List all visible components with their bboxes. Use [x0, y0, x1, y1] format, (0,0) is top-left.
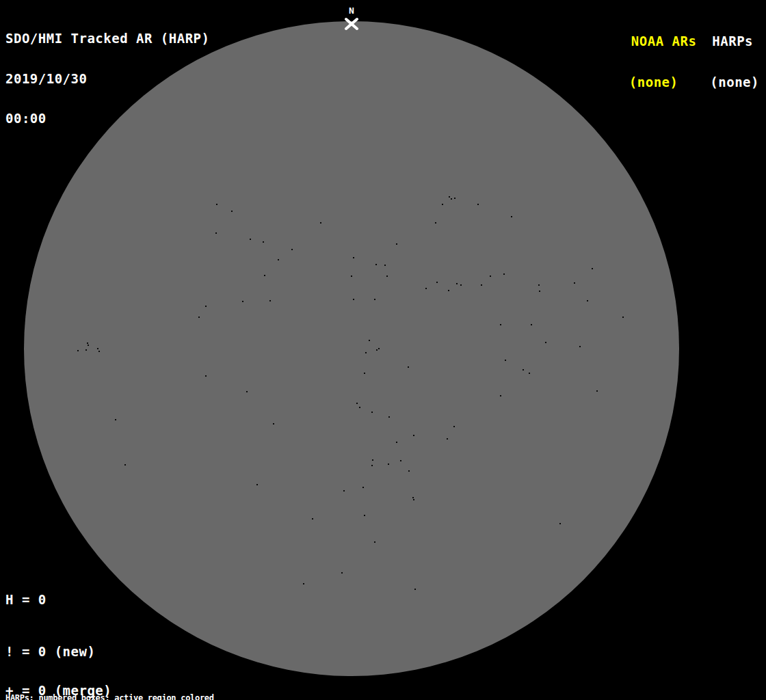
sunspot-speckle: [538, 284, 540, 286]
region-counters: NOAA ARs (none) HARPs (none): [629, 7, 766, 116]
sunspot-speckle: [447, 438, 448, 440]
sunspot-speckle: [87, 342, 88, 344]
sunspot-speckle: [622, 317, 624, 318]
legend-line-new: ! = 0 (new): [5, 645, 161, 658]
sunspot-speckle: [579, 346, 581, 347]
sunspot-speckle: [216, 204, 217, 205]
sunspot-speckle: [435, 222, 436, 224]
sunspot-speckle: [412, 497, 414, 498]
sunspot-speckle: [414, 589, 416, 590]
sunspot-speckle: [378, 348, 380, 349]
sunspot-speckle: [574, 282, 575, 284]
sunspot-speckle: [388, 463, 389, 465]
sunspot-speckle: [454, 198, 455, 199]
sunspot-speckle: [343, 490, 345, 492]
sunspot-speckle: [98, 351, 100, 352]
page-title: SDO/HMI Tracked AR (HARP): [5, 32, 209, 46]
sunspot-speckle: [369, 340, 370, 341]
sunspot-speckle: [490, 275, 491, 277]
sunspot-speckle: [264, 275, 265, 276]
sunspot-speckle: [371, 465, 373, 466]
sunspot-speckle: [388, 416, 390, 418]
sunspot-speckle: [303, 583, 304, 584]
sunspot-speckle: [503, 273, 505, 275]
north-label: N: [343, 5, 360, 16]
sunspot-speckle: [205, 375, 207, 377]
noaa-ars-label: NOAA ARs: [629, 34, 697, 48]
sunspot-speckle: [529, 373, 530, 374]
sunspot-speckle: [231, 211, 233, 212]
sunspot-speckle: [436, 282, 438, 283]
footer-caption: HARPs: numbered boxes; active region col…: [5, 677, 280, 700]
sunspot-speckle: [198, 317, 200, 318]
sunspot-speckle: [269, 300, 271, 301]
sunspot-speckle: [384, 265, 386, 266]
sunspot-speckle: [341, 572, 343, 574]
sunspot-speckle: [205, 306, 207, 307]
harp-visualization-frame: SDO/HMI Tracked AR (HARP) 2019/10/30 00:…: [0, 0, 766, 700]
sunspot-speckle: [400, 460, 401, 461]
sunspot-speckle: [408, 470, 410, 472]
sunspot-speckle: [115, 419, 116, 420]
sunspot-speckle: [413, 499, 414, 500]
sunspot-speckle: [481, 284, 482, 286]
sunspot-speckle: [500, 324, 501, 325]
sunspot-speckle: [362, 487, 364, 488]
sunspot-speckle: [451, 198, 452, 200]
sunspot-speckle: [456, 283, 458, 284]
sunspot-speckle: [242, 301, 243, 302]
sunspot-speckle: [374, 541, 375, 543]
sunspot-speckle: [353, 299, 354, 300]
sunspot-speckle: [408, 366, 409, 368]
sunspot-speckle: [215, 232, 217, 234]
harp-count-line: H = 0: [5, 593, 161, 606]
sunspot-speckle: [375, 264, 377, 265]
north-marker: N: [343, 5, 360, 31]
sunspot-speckle: [88, 345, 89, 346]
sunspot-speckle: [320, 222, 321, 224]
harps-counter: HARPs (none): [710, 7, 759, 116]
x-cross-icon: [343, 17, 360, 31]
sunspot-speckle: [291, 249, 293, 250]
sunspot-speckle: [376, 349, 378, 351]
sunspot-speckle: [539, 291, 540, 292]
sunspot-speckle: [449, 196, 450, 198]
sunspot-speckle: [442, 204, 443, 205]
sunspot-speckle: [278, 259, 279, 260]
sunspot-speckle: [356, 403, 358, 404]
sunspot-speckle: [460, 284, 462, 286]
sunspot-speckle: [97, 348, 98, 349]
sunspot-speckle: [364, 373, 365, 374]
sunspot-speckle: [453, 426, 455, 427]
sunspot-speckle: [511, 216, 512, 217]
sunspot-speckle: [396, 442, 397, 443]
footer-harps-line: HARPs: numbered boxes; active region col…: [5, 694, 280, 700]
sunspot-speckle: [592, 268, 593, 269]
sunspot-speckle: [246, 391, 248, 392]
sunspot-speckle: [448, 290, 449, 291]
sunspot-speckle: [425, 288, 427, 289]
harps-value: (none): [710, 75, 759, 89]
sunspot-speckle: [353, 257, 354, 258]
sunspot-speckle: [359, 407, 360, 408]
sunspot-speckle: [364, 515, 365, 516]
sunspot-speckle: [263, 241, 264, 243]
sunspot-speckle: [365, 352, 367, 353]
harps-label: HARPs: [710, 34, 759, 48]
sunspot-speckle: [477, 204, 479, 205]
sunspot-speckle: [312, 518, 313, 520]
noaa-ars-value: (none): [629, 75, 697, 89]
sunspot-speckle: [372, 459, 373, 461]
noaa-ars-counter: NOAA ARs (none): [629, 7, 697, 116]
sunspot-speckle: [413, 435, 414, 436]
title-block: SDO/HMI Tracked AR (HARP) 2019/10/30 00:…: [5, 5, 209, 152]
sunspot-speckle: [85, 349, 87, 351]
sunspot-speckle: [505, 360, 506, 361]
sunspot-speckle: [500, 395, 501, 396]
sunspot-speckle: [559, 523, 561, 524]
sunspot-speckle: [596, 390, 598, 392]
sunspot-speckle: [371, 412, 373, 413]
sunspot-speckle: [545, 342, 546, 343]
sunspot-speckle: [386, 275, 388, 277]
sunspot-speckle: [256, 484, 258, 485]
